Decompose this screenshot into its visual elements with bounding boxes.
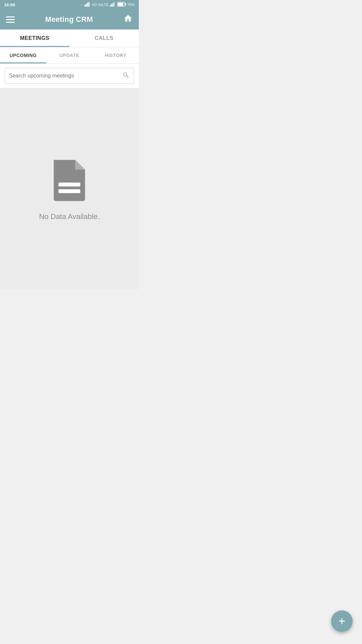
svg-rect-6 [113,3,114,7]
svg-rect-1 [86,4,87,7]
main-tabs: MEETINGS CALLS [0,30,139,47]
sub-tabs: UPCOMING UPDATE HISTORY [0,47,139,64]
svg-rect-7 [114,2,115,7]
search-box [5,68,134,84]
network-label: 4G VoLTE [92,3,109,7]
status-bar: 16:06 ··· 4G VoLTE [0,0,139,9]
search-icon [122,71,130,80]
content-area: No Data Available. [0,88,139,289]
tab-history[interactable]: HISTORY [93,47,139,63]
svg-rect-4 [110,5,111,7]
menu-line-3 [6,22,15,23]
battery-percent: 75% [127,3,135,7]
svg-rect-9 [118,3,123,6]
status-time: 16:06 [4,2,15,7]
svg-rect-3 [88,2,89,7]
signal-dots: ··· [80,3,83,7]
svg-rect-12 [58,189,80,193]
menu-line-1 [6,16,15,17]
svg-rect-0 [84,5,85,7]
svg-rect-10 [125,3,126,5]
signal-bars-2 [110,2,116,7]
tab-upcoming[interactable]: UPCOMING [0,47,46,63]
tab-calls[interactable]: CALLS [69,30,139,47]
tab-meetings[interactable]: MEETINGS [0,30,69,47]
search-input[interactable] [9,73,122,79]
status-icons: ··· 4G VoLTE 75% [80,2,135,7]
empty-state-icon [49,156,89,204]
svg-rect-5 [111,4,112,7]
svg-rect-11 [58,182,80,186]
search-container [0,64,139,88]
app-header: Meeting CRM [0,9,139,30]
signal-bars [84,2,90,7]
menu-line-2 [6,19,15,20]
empty-state-text: No Data Available. [39,212,100,221]
menu-button[interactable] [6,16,15,23]
svg-rect-2 [87,3,88,7]
home-button[interactable] [123,14,133,25]
app-title: Meeting CRM [45,15,93,24]
battery-icon [117,2,126,7]
tab-update[interactable]: UPDATE [46,47,93,63]
